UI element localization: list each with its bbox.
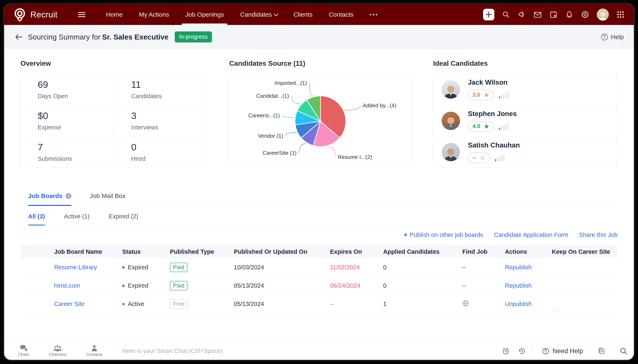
signal-bars-icon [495, 154, 505, 162]
status-cell: Expired [122, 264, 170, 271]
subtab-all[interactable]: All (3) [28, 213, 45, 220]
status-dot [122, 284, 125, 287]
settings-gear-icon[interactable] [581, 10, 589, 19]
tab-job-boards[interactable]: Job Boards i [28, 192, 71, 200]
chat-bubbles-icon [20, 345, 27, 351]
table-row: hirist.com Expired Paid 05/13/2024 06/24… [21, 277, 617, 295]
job-board-link[interactable]: Resume-Library [21, 264, 122, 271]
top-navbar: Recruit Home My Actions Job Openings Can… [4, 4, 634, 25]
candidates-source-pie: Added by...(4)Resume I...(2)CareerSite (… [229, 74, 412, 168]
nav-item-contacts[interactable]: Contacts [321, 4, 362, 25]
republish-link[interactable]: Republish [505, 264, 552, 271]
nav-item-clients[interactable]: Clients [285, 4, 321, 25]
tab-job-mail-box[interactable]: Job Mail Box [90, 192, 126, 200]
help-button[interactable]: Help [601, 33, 624, 41]
dock-chats[interactable]: Chats [18, 345, 29, 357]
main-content: Overview 69Days Open 11Candidates $0Expe… [4, 49, 634, 342]
smart-chat-input[interactable] [117, 342, 495, 360]
navbar-actions [483, 8, 625, 20]
status-badge: In-progress [175, 32, 212, 42]
question-circle-icon [542, 347, 549, 355]
table-row: Resume-Library Expired Paid 10/03/2024 1… [21, 258, 617, 277]
chat-dock: Chats Channels Contacts [4, 342, 117, 360]
history-icon[interactable] [518, 347, 526, 355]
applied-count: 0 [383, 282, 462, 289]
nav-item-more[interactable]: ••• [362, 4, 387, 25]
candidate-avatar [442, 112, 460, 130]
info-icon[interactable]: i [66, 193, 71, 199]
job-board-actions: + Publish on other job boards Candidate … [21, 231, 617, 239]
share-this-job-link[interactable]: Share this Job [579, 232, 617, 238]
dock-channels[interactable]: Channels [49, 345, 66, 357]
candidates-source-title: Candidates Source (11) [229, 60, 412, 68]
stat-interviews: 3Interviews [114, 105, 208, 136]
published-date: 10/03/2024 [234, 264, 330, 271]
find-job-cell: – [462, 282, 505, 289]
pie-label-0: Added by...(4) [363, 102, 396, 108]
footer-utility-icons [495, 342, 533, 360]
published-type-badge: Free [170, 299, 188, 309]
copy-pages-icon[interactable] [598, 347, 605, 355]
footer-right-icons [591, 342, 634, 360]
apps-grid-icon[interactable] [616, 10, 625, 19]
job-boards-tabs: Job Boards i Job Mail Box [21, 192, 617, 206]
nav-item-job-openings[interactable]: Job Openings [177, 4, 232, 25]
star-icon: ★ [484, 123, 490, 130]
job-board-link[interactable]: Career Site [21, 300, 122, 308]
ideal-candidates-card: Jack Wilson 3.0 ★ [433, 74, 617, 168]
status-cell: Active [122, 300, 170, 308]
published-date: 05/13/2024 [234, 300, 330, 308]
hamburger-menu-icon[interactable] [78, 12, 86, 18]
overview-section: Overview 69Days Open 11Candidates $0Expe… [21, 60, 208, 168]
quick-add-button[interactable] [483, 9, 494, 20]
nav-item-my-actions[interactable]: My Actions [131, 4, 177, 25]
job-boards-section: Job Boards i Job Mail Box All (3) Active… [21, 192, 617, 313]
candidate-row-2[interactable]: Satish Chauhan -- ☆ [433, 136, 617, 168]
bell-icon[interactable] [565, 10, 573, 19]
table-row: Career Site Active Free 05/13/2024 – 1 U… [21, 295, 617, 313]
candidate-name: Jack Wilson [468, 78, 508, 86]
announcement-icon[interactable] [518, 10, 526, 19]
star-icon: ☆ [480, 154, 485, 161]
rating-pill: 4.0 ★ [468, 121, 494, 132]
unpublish-link[interactable]: Unpublish [505, 300, 552, 308]
expires-date: 11/02/2024 [330, 264, 383, 271]
subtab-expired[interactable]: Expired (2) [109, 213, 138, 220]
nav-item-home[interactable]: Home [98, 4, 131, 25]
stat-days-open: 69Days Open [21, 74, 114, 105]
nav-menu: Home My Actions Job Openings Candidates … [98, 4, 387, 25]
star-icon: ★ [484, 92, 490, 98]
overview-card: 69Days Open 11Candidates $0Expense 3Inte… [21, 74, 208, 168]
brand[interactable]: Recruit [13, 8, 58, 22]
candidate-row-1[interactable]: Stephen Jones 4.0 ★ [433, 105, 617, 136]
need-help-button[interactable]: Need Help [533, 342, 591, 360]
pie-label-6: Imported...(1) [274, 80, 307, 86]
candidate-application-form-link[interactable]: Candidate Application Form [494, 232, 568, 238]
nav-item-candidates[interactable]: Candidates [232, 4, 285, 25]
find-job-globe-icon[interactable] [462, 300, 505, 308]
people-group-icon [54, 345, 62, 351]
candidates-source-card: Added by...(4)Resume I...(2)CareerSite (… [229, 74, 412, 168]
expires-date: – [330, 300, 383, 308]
dock-contacts[interactable]: Contacts [86, 345, 103, 357]
subtab-active[interactable]: Active (1) [64, 213, 90, 220]
user-avatar[interactable] [597, 8, 609, 20]
job-board-link[interactable]: hirist.com [21, 282, 122, 289]
search-icon[interactable] [502, 10, 510, 19]
page-title: Sourcing Summary forSr. Sales Executive [28, 33, 168, 41]
stat-hired: 0Hired [114, 136, 208, 168]
alarm-clock-icon[interactable] [502, 347, 510, 355]
expires-date: 06/24/2024 [330, 282, 383, 289]
publish-other-boards-link[interactable]: + Publish on other job boards [404, 231, 483, 239]
candidate-row-0[interactable]: Jack Wilson 3.0 ★ [433, 74, 617, 105]
app-window: Recruit Home My Actions Job Openings Can… [3, 3, 635, 361]
table-header: Job Board Name Status Published Type Pub… [21, 245, 617, 258]
signal-bars-icon [499, 123, 508, 130]
republish-link[interactable]: Republish [505, 282, 552, 289]
zia-search-icon[interactable] [620, 347, 627, 355]
status-cell: Expired [122, 282, 170, 289]
published-date: 05/13/2024 [234, 282, 330, 289]
calendar-icon[interactable] [549, 10, 558, 19]
mail-icon[interactable] [533, 10, 542, 19]
back-arrow-icon[interactable] [14, 32, 23, 42]
